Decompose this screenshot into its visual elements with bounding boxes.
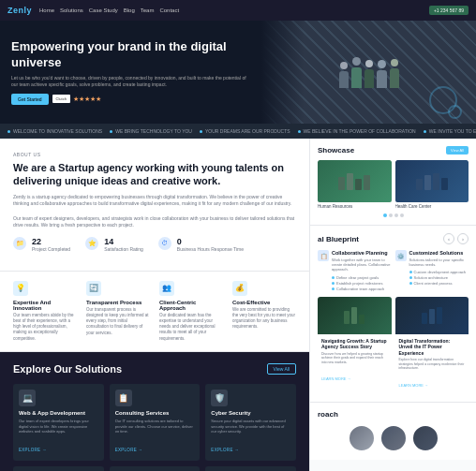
response-icon: ⏱ xyxy=(158,237,171,250)
clutch-logo: Clutch xyxy=(52,95,70,103)
reach-avatars xyxy=(318,424,469,452)
showcase-grid: Human Resources Health Car xyxy=(318,160,469,209)
right-column: Showcase View All xyxy=(309,139,476,471)
ticker-dot-1 xyxy=(7,130,10,133)
feature-client: 👥 Client-Centric Approach Our dedicated … xyxy=(159,281,223,342)
clutch-rating: Clutch ★★★★★ xyxy=(52,95,101,103)
avatar-1 xyxy=(348,424,376,452)
showcase-img-hr xyxy=(318,160,392,202)
web-icon: 💻 xyxy=(19,390,36,406)
dot-4[interactable] xyxy=(400,213,404,217)
innovation-text: Our team members abide by the best of th… xyxy=(13,313,77,342)
showcase-item-hr: Human Resources xyxy=(318,160,392,209)
blueprint-next-button[interactable]: › xyxy=(457,233,469,244)
solutions-section: Explore Our Solutions View All 💻 Web & A… xyxy=(0,352,309,471)
nav-phone[interactable]: +1 234 567 89 xyxy=(429,6,469,15)
showcase-section: Showcase View All xyxy=(310,139,476,226)
custom-title: Customized Solutions xyxy=(409,250,469,256)
projects-number: 22 xyxy=(32,237,70,246)
nav-solutions[interactable]: Solutions xyxy=(60,7,83,13)
bp-card-2: Digital Transformation: Unveil the IT Po… xyxy=(395,297,469,394)
feature-cost: 💰 Cost-Effective We are committed to pro… xyxy=(232,281,296,342)
feature-innovation: 💡 Expertise And Innovation Our team memb… xyxy=(13,281,77,342)
hero-content: Empowering your brand in the digital uni… xyxy=(0,30,261,114)
bp-card-1-text: Discover how we helped a growing startup… xyxy=(321,352,388,365)
nav-team[interactable]: Team xyxy=(141,7,155,13)
person-4 xyxy=(377,60,387,88)
blueprint-cards: Navigating Growth: A Startup Agency Succ… xyxy=(318,297,469,394)
client-title: Client-Centric Approach xyxy=(159,300,223,311)
get-started-button[interactable]: Get Started xyxy=(11,94,49,105)
person-5 xyxy=(390,59,399,88)
bp-card-img-1 xyxy=(318,297,392,334)
stat-satisfaction: ⭐ 14 Satisfaction Rating xyxy=(85,237,143,252)
dot-1[interactable] xyxy=(383,213,387,217)
web-text: Our team of expert developers brings you… xyxy=(19,419,98,434)
showcase-img-health xyxy=(395,160,469,202)
solutions-header: Explore Our Solutions View All xyxy=(13,363,296,375)
process-title: Transparent Process xyxy=(86,300,150,305)
showcase-title: Showcase xyxy=(318,146,354,155)
client-text: Our dedicated team has the expertise to … xyxy=(159,313,223,342)
solutions-grid: 💻 Web & App Development Our team of expe… xyxy=(13,384,296,471)
nav-case-study[interactable]: Case Study xyxy=(89,7,118,13)
satisfaction-label: Satisfaction Rating xyxy=(104,246,143,252)
bp-card-img-2 xyxy=(395,297,469,334)
solutions-title: Explore Our Solutions xyxy=(13,363,122,375)
about-text: Zently is a startup agency dedicated to … xyxy=(13,194,296,208)
ticker-dot-4 xyxy=(298,130,301,133)
hero-title: Empowering your brand in the digital uni… xyxy=(11,39,250,71)
nav-logo: Zenly xyxy=(7,6,32,15)
showcase-item-health: Health Care Center xyxy=(395,160,469,209)
avatar-3 xyxy=(411,424,439,452)
ticker-item-2: WE BRING TECHNOLOGY TO YOU xyxy=(110,128,192,134)
about-label: ABOUT US xyxy=(13,152,296,157)
cost-title: Cost-Effective xyxy=(232,300,296,305)
showcase-view-all-button[interactable]: View All xyxy=(446,146,469,155)
cyber-icon: 🛡️ xyxy=(211,390,228,406)
ticker-item-5: WE INVITE YOU TO E- xyxy=(424,128,476,134)
hero-buttons: Get Started Clutch ★★★★★ xyxy=(11,94,250,105)
bp-card-2-text: Explore how our digital transformation s… xyxy=(399,358,466,371)
nav-blog[interactable]: Blog xyxy=(124,7,135,13)
nav-contact[interactable]: Contact xyxy=(159,7,179,13)
bp-card-2-link[interactable]: LEARN MORE → xyxy=(399,383,429,388)
dot-2[interactable] xyxy=(389,213,393,217)
reach-section: roach xyxy=(310,403,476,460)
nav-home[interactable]: Home xyxy=(39,7,54,13)
satisfaction-number: 14 xyxy=(104,237,143,246)
response-number: 0 xyxy=(177,237,244,246)
bp-card-2-title: Digital Transformation: Unveil the IT Po… xyxy=(399,338,466,357)
blueprint-section: al Blueprint ‹ › 📋 Collaborative Plannin… xyxy=(310,226,476,403)
stat-response: ⏱ 0 Business Hours Response Time xyxy=(158,237,244,252)
ticker-dot-3 xyxy=(200,130,202,133)
custom-icon: ⚙️ xyxy=(395,250,407,261)
bp-card-1-title: Navigating Growth: A Startup Agency Succ… xyxy=(321,338,388,350)
feature-process: 🔄 Transparent Process Our transparent pr… xyxy=(86,281,150,342)
features-section: 💡 Expertise And Innovation Our team memb… xyxy=(0,272,309,352)
ticker-item-4: WE BELIEVE IN THE POWER OF COLLABORATION xyxy=(298,128,416,134)
cost-icon: 💰 xyxy=(232,281,247,296)
view-all-solutions-button[interactable]: View All xyxy=(267,363,296,375)
dot-3[interactable] xyxy=(394,213,398,217)
consulting-link[interactable]: EXPLORE → xyxy=(115,448,143,452)
main-content: ABOUT US We are a Startup agency working… xyxy=(0,139,476,471)
cyber-title: Cyber Security xyxy=(211,410,290,416)
solution-web: 💻 Web & App Development Our team of expe… xyxy=(13,384,104,461)
bp-card-1-link[interactable]: LEARN MORE → xyxy=(321,376,351,381)
showcase-dots xyxy=(318,213,469,217)
navbar: Zenly Home Solutions Case Study Blog Tea… xyxy=(0,0,476,21)
nav-links: Home Solutions Case Study Blog Team Cont… xyxy=(39,7,179,13)
web-link[interactable]: EXPLORE → xyxy=(19,448,47,452)
solution-consulting: 📋 Consulting Services Our IT consulting … xyxy=(110,384,201,461)
blueprint-prev-button[interactable]: ‹ xyxy=(443,233,454,244)
solution-ecommerce: 🛒 E-Commerce Solutions Elevate your onli… xyxy=(13,466,104,471)
process-icon: 🔄 xyxy=(86,281,101,296)
cyber-text: Secure your digital assets with our adva… xyxy=(211,419,290,434)
consulting-title: Consulting Services xyxy=(115,410,195,416)
rating-stars: ★★★★★ xyxy=(73,96,101,103)
blueprint-features: 📋 Collaborative Planning Work together w… xyxy=(318,250,469,291)
showcase-label-hr: Human Resources xyxy=(318,204,392,209)
cyber-link[interactable]: EXPLORE → xyxy=(211,448,239,452)
reach-title: roach xyxy=(318,410,469,419)
